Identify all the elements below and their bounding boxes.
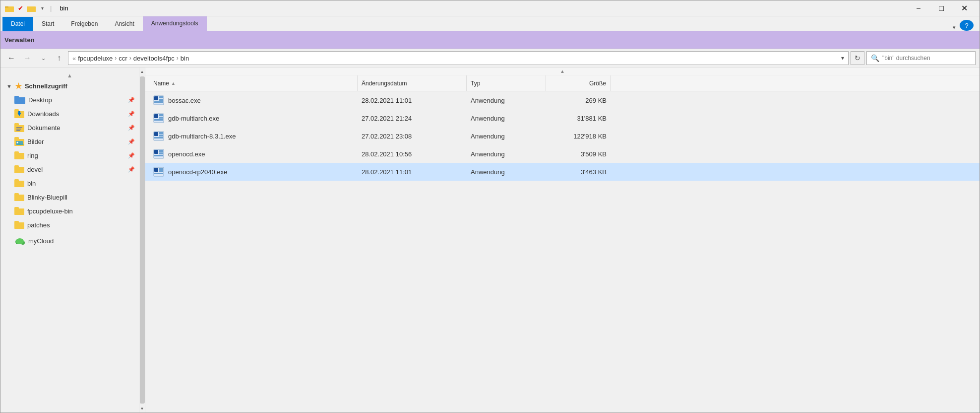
sidebar-item-bin-label: bin xyxy=(27,180,36,187)
sidebar-item-ring-label: ring xyxy=(27,152,38,159)
qat-folder-icon[interactable] xyxy=(4,3,14,13)
sidebar-scroll-up[interactable]: ▲ xyxy=(0,71,139,79)
svg-rect-17 xyxy=(14,137,19,140)
sidebar-item-fpcupdeluxe-bin-label: fpcupdeluxe-bin xyxy=(27,207,73,215)
file-cell-size-bossac: 269 KB xyxy=(546,97,611,104)
exe-icon-openocd-rp2040 xyxy=(153,167,164,177)
file-date-gdb-multiarch: 27.02.2021 21:24 xyxy=(362,115,412,122)
sidebar-item-mycloud[interactable]: myCloud xyxy=(0,234,139,248)
window-title: bin xyxy=(60,4,68,12)
svg-rect-39 xyxy=(154,96,158,100)
crumb-ccr[interactable]: ccr xyxy=(119,55,127,62)
file-type-bossac: Anwendung xyxy=(471,97,505,104)
file-size-gdb-multiarch-831: 122'918 KB xyxy=(573,133,607,140)
exe-icon-openocd xyxy=(153,149,164,159)
up-button[interactable]: ↑ xyxy=(52,51,66,65)
file-row-gdb-multiarch-831[interactable]: gdb-multiarch-8.3.1.exe 27.02.2021 23:08… xyxy=(145,127,980,145)
file-cell-size-openocd: 3'509 KB xyxy=(546,150,611,158)
minimize-button[interactable]: − xyxy=(907,0,930,16)
search-bar[interactable]: 🔍 xyxy=(866,51,976,65)
col-header-type[interactable]: Typ xyxy=(467,75,546,91)
svg-rect-15 xyxy=(16,130,20,131)
svg-rect-4 xyxy=(27,7,36,12)
col-name-label: Name xyxy=(153,80,169,87)
forward-button[interactable]: → xyxy=(20,51,34,65)
address-dropdown-btn[interactable]: ▾ xyxy=(841,55,844,62)
sidebar-item-dokumente-label: Dokumente xyxy=(27,124,60,132)
sidebar-item-desktop-left: Desktop xyxy=(14,96,52,104)
sidebar-item-blinky[interactable]: Blinky-Bluepill xyxy=(0,190,139,204)
col-size-label: Größe xyxy=(589,80,606,87)
crumb-fpcupdeluxe[interactable]: fpcupdeluxe xyxy=(78,55,113,62)
sidebar-item-bilder-left: Bilder xyxy=(14,137,44,146)
recent-locations-button[interactable]: ⌄ xyxy=(36,51,50,65)
file-type-openocd-rp2040: Anwendung xyxy=(471,168,505,176)
sidebar-item-devel[interactable]: devel 📌 xyxy=(0,162,139,176)
col-header-size[interactable]: Größe xyxy=(546,75,611,91)
sidebar-item-bin[interactable]: bin xyxy=(0,176,139,190)
file-cell-date-openocd-rp2040: 28.02.2021 11:01 xyxy=(358,168,467,176)
exe-icon-gdb-multiarch xyxy=(153,113,164,123)
help-button[interactable]: ? xyxy=(960,20,974,31)
star-icon: ★ xyxy=(15,81,22,91)
col-date-label: Änderungsdatum xyxy=(362,80,407,87)
file-cell-type-bossac: Anwendung xyxy=(467,97,546,104)
sidebar-item-fpcupdeluxe-bin[interactable]: fpcupdeluxe-bin xyxy=(0,204,139,218)
tab-anwendungstools[interactable]: Anwendungstools xyxy=(143,16,207,31)
sidebar-item-desktop-label: Desktop xyxy=(28,96,52,104)
sidebar-item-patches[interactable]: patches xyxy=(0,218,139,232)
col-header-name[interactable]: Name ▲ xyxy=(149,75,358,91)
svg-rect-56 xyxy=(159,152,163,154)
sidebar-item-dokumente[interactable]: Dokumente 📌 xyxy=(0,121,139,135)
qat-dropdown-icon[interactable]: ▾ xyxy=(37,3,47,13)
crumb-develtools4fpc[interactable]: develtools4fpc xyxy=(133,55,175,62)
sidebar-item-mycloud-label: myCloud xyxy=(28,237,54,245)
back-button[interactable]: ← xyxy=(4,51,18,65)
tab-freigeben[interactable]: Freigeben xyxy=(62,17,106,31)
tab-ansicht[interactable]: Ansicht xyxy=(106,17,142,31)
file-row-gdb-multiarch[interactable]: gdb-multiarch.exe 27.02.2021 21:24 Anwen… xyxy=(145,109,980,127)
tab-datei[interactable]: Datei xyxy=(2,17,33,31)
svg-rect-47 xyxy=(154,119,163,121)
quick-access-toolbar: ✔ ▾ | xyxy=(4,3,54,13)
svg-rect-12 xyxy=(14,123,19,126)
qat-folder2-icon[interactable] xyxy=(26,3,36,13)
sidebar-item-downloads[interactable]: Downloads 📌 xyxy=(0,107,139,121)
tab-start[interactable]: Start xyxy=(33,17,62,31)
sidebar-scrollbar[interactable]: ▲ ▼ xyxy=(139,68,145,413)
svg-rect-50 xyxy=(159,132,163,134)
search-input[interactable] xyxy=(882,55,962,62)
sidebar-item-bilder[interactable]: Bilder 📌 xyxy=(0,135,139,148)
sidebar-scroll-up-arrow[interactable]: ▲ xyxy=(139,68,145,75)
ribbon-collapse-btn[interactable]: ▾ xyxy=(953,24,956,31)
sidebar-section-schnellzugriff[interactable]: ▼ ★ Schnellzugriff xyxy=(0,79,139,93)
column-headers: Name ▲ Änderungsdatum Typ Größe xyxy=(145,75,980,91)
address-bar[interactable]: « fpcupdeluxe › ccr › develtools4fpc › b… xyxy=(68,51,849,65)
refresh-button[interactable]: ↻ xyxy=(851,51,864,65)
svg-rect-22 xyxy=(14,151,19,154)
file-cell-date-gdb-multiarch: 27.02.2021 21:24 xyxy=(358,115,467,122)
crumb-bin[interactable]: bin xyxy=(181,55,189,62)
maximize-button[interactable]: □ xyxy=(930,0,953,16)
file-cell-size-gdb-multiarch: 31'881 KB xyxy=(546,115,611,122)
file-row-openocd[interactable]: openocd.exe 28.02.2021 10:56 Anwendung 3… xyxy=(145,145,980,163)
file-date-gdb-multiarch-831: 27.02.2021 23:08 xyxy=(362,133,412,140)
file-cell-size-openocd-rp2040: 3'463 KB xyxy=(546,168,611,176)
file-name-gdb-multiarch: gdb-multiarch.exe xyxy=(168,115,219,122)
bilder-folder-icon xyxy=(14,137,24,146)
qat-checkmark-icon[interactable]: ✔ xyxy=(15,3,25,13)
sidebar-item-ring[interactable]: ring 📌 xyxy=(0,148,139,162)
sidebar-item-desktop[interactable]: Desktop 📌 xyxy=(0,93,139,107)
search-icon: 🔍 xyxy=(871,54,879,62)
svg-rect-26 xyxy=(14,179,19,182)
col-header-date[interactable]: Änderungsdatum xyxy=(358,75,467,91)
file-row-openocd-rp2040[interactable]: openocd-rp2040.exe 28.02.2021 11:01 Anwe… xyxy=(145,163,980,181)
svg-rect-42 xyxy=(154,101,163,103)
close-button[interactable]: ✕ xyxy=(953,0,976,16)
crumb-sep-2: › xyxy=(129,55,131,62)
file-row-bossac[interactable]: bossac.exe 28.02.2021 11:01 Anwendung 26… xyxy=(145,91,980,109)
file-name-openocd: openocd.exe xyxy=(168,150,205,158)
patches-folder-icon xyxy=(14,221,24,229)
file-cell-name-bossac: bossac.exe xyxy=(149,95,358,105)
sidebar-scroll-down-arrow[interactable]: ▼ xyxy=(139,405,145,413)
